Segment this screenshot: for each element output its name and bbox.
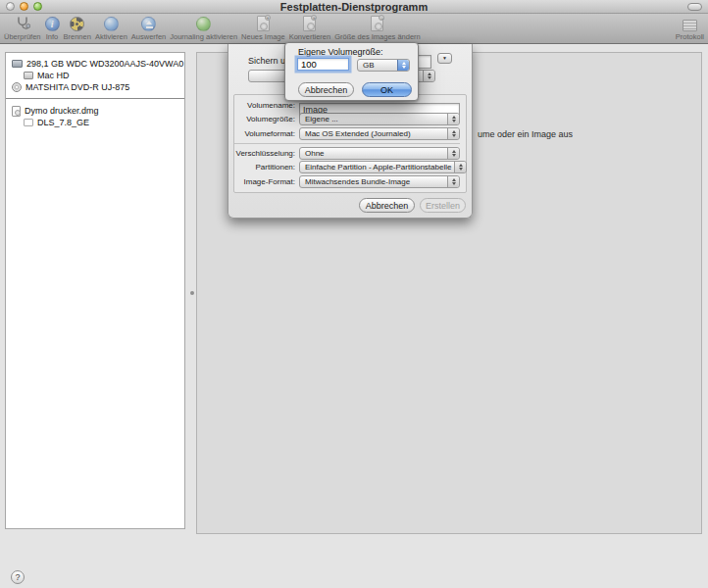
- burn-icon: [70, 17, 84, 31]
- custom-size-input[interactable]: [297, 58, 349, 71]
- toolbar-item-verify[interactable]: Überprüfen: [4, 16, 41, 41]
- sidebar-item-unmounted-volume[interactable]: DLS_7.8_GE: [6, 117, 184, 128]
- popup-stepper-icon: [447, 176, 459, 187]
- volume-icon: [24, 72, 33, 79]
- toolbar-label: Neues Image: [241, 32, 285, 41]
- size-ok-button[interactable]: OK: [362, 82, 412, 97]
- volume-name-label: Volumename:: [234, 101, 295, 110]
- toolbar-label: Konvertieren: [289, 32, 331, 41]
- image-format-popup[interactable]: Mitwachsendes Bundle-Image: [299, 175, 460, 188]
- sheet-cancel-button[interactable]: Abbrechen: [359, 198, 415, 213]
- toolbar-label: Protokoll: [676, 32, 704, 41]
- device-sidebar: 298,1 GB WDC WD3200AAJS-40VWA0 Media Mac…: [5, 52, 185, 529]
- sidebar-item-label: Dymo drucker.dmg: [25, 106, 99, 116]
- custom-size-title: Eigene Volumegröße:: [298, 47, 383, 57]
- partitions-label: Partitionen:: [234, 163, 295, 172]
- zoom-window-button[interactable]: [33, 2, 42, 11]
- volume-format-label: Volumeformat:: [234, 129, 295, 138]
- toolbar-label: Journaling aktivieren: [170, 32, 237, 41]
- eject-icon: [141, 17, 156, 31]
- disk-image-icon: [12, 106, 21, 117]
- toolbar-label: Aktivieren: [95, 32, 127, 41]
- toolbar-item-eject[interactable]: Auswerfen: [131, 17, 166, 41]
- resize-image-icon: ↔: [371, 16, 383, 31]
- partitions-popup[interactable]: Einfache Partition - Apple-Partitionstab…: [299, 161, 467, 173]
- close-window-button[interactable]: [6, 2, 15, 11]
- splitter-handle[interactable]: [190, 291, 194, 295]
- sidebar-item-label: MATSHITA DVD-R UJ-875: [25, 82, 129, 92]
- info-icon: i: [45, 17, 60, 31]
- encryption-popup[interactable]: Ohne: [299, 147, 460, 160]
- sidebar-item-optical-drive[interactable]: MATSHITA DVD-R UJ-875: [6, 81, 184, 93]
- popup-stepper-icon: [397, 60, 409, 71]
- save-path-disclosure-button[interactable]: ▼: [437, 53, 452, 64]
- toolbar-label: Überprüfen: [4, 32, 41, 41]
- toolbar-item-mount[interactable]: Aktivieren: [95, 17, 127, 41]
- help-button[interactable]: ?: [11, 570, 25, 584]
- toolbar-label: Größe des Images ändern: [334, 32, 421, 41]
- volume-size-label: Volumegröße:: [234, 115, 295, 123]
- toolbar-toggle-capsule-button[interactable]: [687, 3, 702, 11]
- toolbar-label: Info: [46, 32, 59, 41]
- background-instruction-text: ume oder ein Image aus: [478, 129, 573, 139]
- popup-stepper-icon: [447, 128, 459, 139]
- toolbar-label: Auswerfen: [131, 32, 166, 41]
- sidebar-separator: [6, 98, 184, 99]
- size-cancel-button[interactable]: Abbrechen: [298, 82, 354, 97]
- log-icon: [683, 20, 697, 31]
- toolbar-label: Brennen: [64, 32, 91, 41]
- size-unit-popup[interactable]: GB: [357, 59, 410, 72]
- sidebar-item-label: 298,1 GB WDC WD3200AAJS-40VWA0 Media: [26, 59, 184, 69]
- toolbar-item-new-image[interactable]: + Neues Image: [241, 16, 285, 41]
- toolbar-item-info[interactable]: i Info: [45, 17, 60, 41]
- popup-stepper-icon: [447, 114, 459, 124]
- internal-drive-icon: [12, 60, 23, 68]
- image-options-group: Volumename: Volumegröße: Eigene ... Volu…: [233, 94, 467, 193]
- image-format-label: Image-Format:: [234, 177, 295, 186]
- toolbar-item-enable-journaling[interactable]: Journaling aktivieren: [170, 17, 237, 41]
- sidebar-item-mac-hd[interactable]: Mac HD: [6, 70, 184, 81]
- sheet-create-button: Erstellen: [420, 198, 466, 213]
- mount-icon: [104, 17, 119, 31]
- sidebar-item-label: Mac HD: [37, 71, 70, 80]
- toolbar-item-burn[interactable]: Brennen: [64, 17, 91, 41]
- toolbar-item-convert[interactable]: » Konvertieren: [289, 16, 331, 41]
- form-divider: [234, 143, 460, 144]
- volume-size-popup[interactable]: Eigene ...: [299, 113, 460, 125]
- new-image-icon: +: [257, 16, 270, 31]
- popup-stepper-icon: [447, 148, 459, 159]
- toolbar-item-log[interactable]: Protokoll: [676, 20, 704, 41]
- popup-stepper-icon: [454, 162, 466, 172]
- popup-stepper-icon: [423, 71, 434, 81]
- sidebar-item-internal-disk[interactable]: 298,1 GB WDC WD3200AAJS-40VWA0 Media: [6, 58, 184, 70]
- window-title: Festplatten-Dienstprogramm: [0, 1, 708, 13]
- verify-icon: [15, 16, 30, 31]
- volume-format-popup[interactable]: Mac OS Extended (Journaled): [299, 127, 460, 140]
- journaling-icon: [196, 17, 211, 31]
- optical-drive-icon: [12, 82, 22, 92]
- toolbar: Überprüfen i Info Brennen Aktivieren Aus…: [0, 14, 708, 44]
- title-bar: Festplatten-Dienstprogramm: [0, 0, 708, 14]
- unmounted-volume-icon: [24, 119, 33, 126]
- sidebar-item-label: DLS_7.8_GE: [37, 118, 89, 127]
- toolbar-item-resize-image[interactable]: ↔ Größe des Images ändern: [334, 16, 421, 41]
- encryption-label: Verschlüsselung:: [234, 149, 295, 158]
- sidebar-item-disk-image[interactable]: Dymo drucker.dmg: [6, 105, 184, 117]
- minimize-window-button[interactable]: [20, 2, 28, 11]
- custom-volume-size-dialog: Eigene Volumegröße: GB Abbrechen OK: [284, 42, 419, 101]
- convert-image-icon: »: [303, 16, 316, 31]
